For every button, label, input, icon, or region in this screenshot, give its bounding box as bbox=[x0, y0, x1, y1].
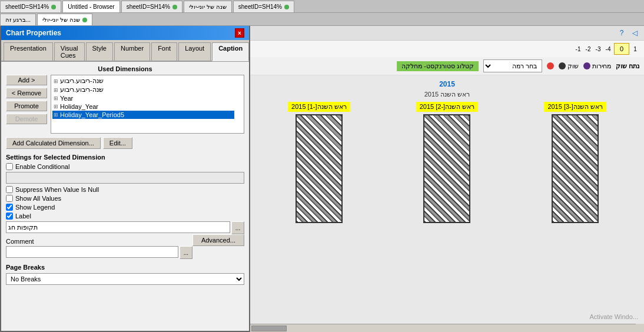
suppress-null-label: Suppress When Value Is Null bbox=[15, 186, 99, 193]
tab-sh14-1[interactable]: sheetID=SH14% bbox=[0, 1, 61, 12]
tab-font[interactable]: Font bbox=[151, 42, 177, 61]
tab-layout[interactable]: Layout bbox=[178, 42, 211, 61]
add-button[interactable]: Add > bbox=[6, 75, 47, 85]
label-row: Label bbox=[6, 213, 244, 220]
comment-browse-button[interactable]: ... bbox=[180, 246, 192, 259]
enable-conditional-checkbox[interactable] bbox=[6, 163, 13, 170]
dim-actions: Add Calculated Dimension... Edit... bbox=[6, 137, 244, 149]
main-layout: Chart Properties × Presentation Visual C… bbox=[0, 26, 644, 332]
expand-icon: ⊞ bbox=[54, 95, 58, 101]
suppress-null-checkbox[interactable] bbox=[6, 186, 13, 193]
tab-caption[interactable]: Caption bbox=[212, 42, 249, 61]
scrollbar-thumb[interactable] bbox=[251, 326, 287, 331]
dialog-close-button[interactable]: × bbox=[235, 28, 244, 38]
show-all-row: Show All Values bbox=[6, 195, 244, 202]
edit-button[interactable]: Edit... bbox=[103, 137, 132, 149]
tab-label: ברגע זה... bbox=[5, 16, 31, 23]
tab-browser[interactable]: Untitled - Browser bbox=[62, 1, 119, 12]
filter-slider: -1 -2 -3 -4 0 1 bbox=[574, 43, 639, 55]
tab-row2-2[interactable]: שנה של יוני-יולי bbox=[37, 14, 92, 25]
label-cb-label: Label bbox=[15, 213, 31, 220]
legend-label-2: שוק bbox=[567, 62, 579, 70]
resize-handle[interactable] bbox=[636, 324, 644, 332]
filter-bar: -1 -2 -3 -4 0 1 bbox=[250, 41, 644, 57]
col-chart-3 bbox=[552, 114, 599, 223]
tab-label: sheetID=SH14% bbox=[5, 4, 49, 10]
category-label: קטלוג סטורנקסט- מחלקה bbox=[397, 61, 479, 71]
expand-icon: ⊞ bbox=[54, 104, 58, 109]
settings-label: Settings for Selected Dimension bbox=[6, 154, 244, 161]
browser-tabs-row1: sheetID=SH14% Untitled - Browser sheetID… bbox=[0, 0, 644, 13]
legend-dot-1 bbox=[583, 62, 590, 69]
tab-shana[interactable]: שנה של יוני-יולי bbox=[184, 1, 232, 12]
legend-title: נתח שוק bbox=[616, 62, 639, 70]
list-item-selected[interactable]: ⊞ Holiday_Year_Period5 bbox=[52, 111, 234, 119]
col-title-1: ראש השנה[-1] 2015 bbox=[288, 102, 350, 112]
tab-style[interactable]: Style bbox=[86, 42, 113, 61]
dialog-titlebar: Chart Properties × bbox=[1, 26, 249, 40]
list-item[interactable]: ⊞ שנה-ריבוע.ריבוע bbox=[52, 85, 234, 94]
add-calculated-button[interactable]: Add Calculated Dimension... bbox=[6, 137, 101, 149]
slider-label-neg3: -3 bbox=[594, 46, 602, 52]
col-title-2: ראש השנה[-2] 2015 bbox=[416, 102, 479, 112]
help-icon[interactable]: ? bbox=[617, 28, 626, 38]
show-all-checkbox[interactable] bbox=[6, 195, 13, 202]
list-item[interactable]: ⊞ שנה-ריבוע.ריבוע bbox=[52, 77, 234, 85]
label-input-row: ... bbox=[6, 221, 244, 234]
show-legend-checkbox[interactable] bbox=[6, 204, 13, 211]
show-legend-row: Show Legend bbox=[6, 204, 244, 211]
tab-row2-1[interactable]: ברגע זה... bbox=[0, 14, 36, 25]
chart-year: 2015 bbox=[255, 80, 639, 88]
watermark: Activate Windo... bbox=[589, 313, 638, 320]
page-breaks-label: Page Breaks bbox=[6, 264, 244, 271]
legend-item-1: מחירות bbox=[583, 62, 611, 70]
tab-dot bbox=[82, 18, 87, 22]
tab-dot bbox=[172, 5, 177, 9]
browser-tabs-row2: ברגע זה... שנה של יוני-יולי bbox=[0, 13, 644, 26]
legend-item-3 bbox=[547, 62, 554, 69]
expand-icon: ⊞ bbox=[54, 87, 58, 93]
legend-area: נתח שוק מחירות שוק bbox=[547, 62, 639, 70]
legend-dot-2 bbox=[559, 62, 566, 69]
used-dimensions-label: Used Dimensions bbox=[6, 65, 244, 72]
chart-properties-dialog: Chart Properties × Presentation Visual C… bbox=[0, 26, 250, 332]
page-breaks-select[interactable]: No Breaks bbox=[6, 273, 244, 285]
tab-sh14-2[interactable]: sheetID=SH14% bbox=[121, 1, 182, 12]
conditional-input[interactable] bbox=[6, 172, 244, 184]
dialog-content: Used Dimensions Add > < Remove Promote D… bbox=[1, 62, 249, 331]
promote-button[interactable]: Promote bbox=[6, 101, 47, 111]
slider-label-neg2: -2 bbox=[584, 46, 592, 52]
tab-dot bbox=[284, 5, 289, 9]
advanced-button[interactable]: Advanced... bbox=[192, 234, 244, 246]
suppress-null-row: Suppress When Value Is Null bbox=[6, 186, 244, 193]
slider-label-neg4: -4 bbox=[604, 46, 612, 52]
dimensions-layout: Add > < Remove Promote Demote ⊞ שנה-ריבו… bbox=[6, 75, 244, 134]
tab-label: שנה של יוני-יולי bbox=[42, 16, 80, 23]
tab-number[interactable]: Number bbox=[114, 42, 150, 61]
back-icon[interactable]: ◁ bbox=[630, 28, 639, 38]
demote-button[interactable]: Demote bbox=[6, 114, 47, 124]
tab-label: sheetID=SH14% bbox=[238, 4, 282, 10]
bottom-scrollbar[interactable] bbox=[250, 324, 644, 332]
list-item[interactable]: ⊞ Year bbox=[52, 94, 234, 102]
legend-label-1: מחירות bbox=[592, 62, 611, 70]
label-input[interactable] bbox=[6, 221, 230, 233]
label-checkbox[interactable] bbox=[6, 213, 13, 220]
legend-dot-3 bbox=[547, 62, 554, 69]
tab-sh14-3[interactable]: sheetID=SH14% bbox=[233, 1, 294, 12]
comment-input[interactable] bbox=[6, 246, 178, 258]
col-chart-1 bbox=[296, 114, 343, 223]
slider-value-0[interactable]: 0 bbox=[614, 43, 629, 55]
tab-visual-cues[interactable]: Visual Cues bbox=[54, 42, 85, 61]
remove-button[interactable]: < Remove bbox=[6, 88, 47, 98]
list-item[interactable]: ⊞ Holiday_Year bbox=[52, 102, 234, 111]
tab-label: sheetID=SH14% bbox=[127, 4, 170, 10]
dimensions-list: ⊞ שנה-ריבוע.ריבוע ⊞ שנה-ריבוע.ריבוע ⊞ Ye… bbox=[51, 75, 244, 134]
right-toolbar: ◁ ? ◁ bbox=[250, 26, 644, 41]
tab-presentation[interactable]: Presentation bbox=[4, 42, 53, 61]
label-browse-button[interactable]: ... bbox=[231, 221, 244, 234]
chart-col-1: ראש השנה[-1] 2015 bbox=[278, 102, 360, 223]
level-dropdown[interactable]: בחר רמה bbox=[483, 59, 542, 72]
chart-columns: ראש השנה[-1] 2015 ראש השנה[-2] 2015 ראש … bbox=[255, 102, 639, 223]
legend-controls: נתח שוק מחירות שוק בחר רמה קטלוג סטורנקס… bbox=[250, 57, 644, 75]
